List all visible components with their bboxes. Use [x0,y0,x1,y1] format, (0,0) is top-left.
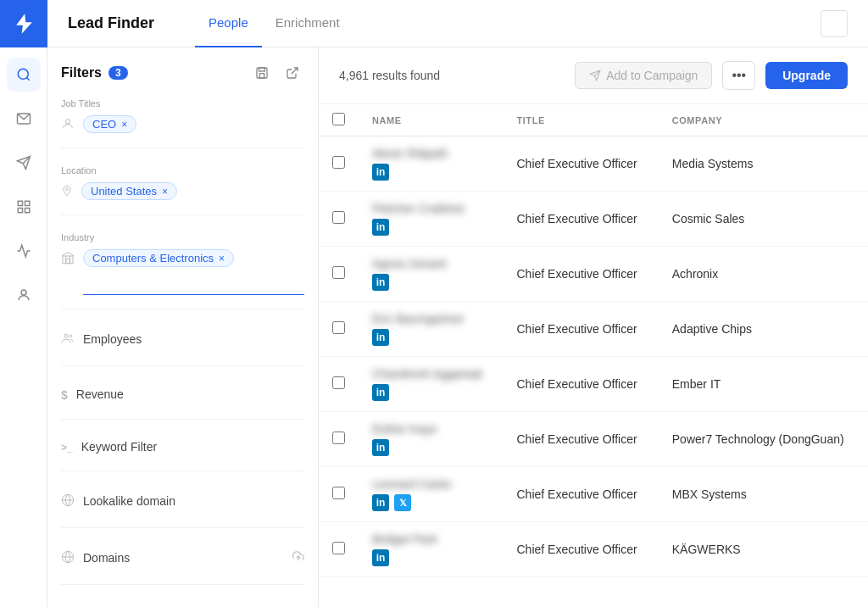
table-row: Eric BaumgartnerinChief Executive Office… [319,302,868,357]
row-checkbox[interactable] [332,211,345,224]
location-row: United States × [61,182,304,201]
tab-people[interactable]: People [195,0,262,47]
svg-rect-6 [25,201,29,205]
upload-domains-icon[interactable] [292,550,304,565]
mail-icon [16,111,31,126]
person-company-col: Power7 Technology (DongGuan) [659,412,868,467]
more-options-button[interactable]: ••• [722,61,755,90]
tab-enrichment[interactable]: Enrichment [262,0,353,47]
domains-filter[interactable]: Domains [61,545,304,571]
row-checkbox-col [319,412,359,467]
person-name: Leonard Carter [372,477,489,491]
row-checkbox[interactable] [332,542,345,554]
linkedin-icon[interactable]: in [372,274,389,291]
row-checkbox[interactable] [332,487,345,499]
lookalike-filter[interactable]: Lookalike domain [61,488,304,514]
linkedin-icon[interactable]: in [372,219,389,236]
app-title: Lead Finder [68,14,154,32]
nav-search[interactable] [7,58,41,92]
social-links: in [372,274,489,291]
row-checkbox-col [319,467,359,522]
lookalike-label: Lookalike domain [83,494,175,508]
linkedin-icon[interactable]: in [372,494,389,511]
table-row: Chandresh AggarwalinChief Executive Offi… [319,357,868,412]
filter-count-badge: 3 [108,66,128,80]
table-row: Agnes GerardinChief Executive OfficerAch… [319,247,868,302]
company-col-header: COMPANY [659,104,868,136]
linkedin-icon[interactable]: in [372,549,389,566]
send-icon [16,155,31,170]
tabs: People Enrichment [195,0,353,47]
results-table: NAME TITLE COMPANY Abner RidpathinChief … [319,104,868,607]
svg-rect-11 [259,68,265,71]
remove-location-tag[interactable]: × [162,186,168,198]
building-icon [61,251,75,265]
nav-mail[interactable] [7,102,41,136]
filter-section-location: Location United States × [61,165,304,215]
filter-section-industry: Industry Computers & Electronics × [61,232,304,309]
industry-tags: Computers & Electronics × [83,249,304,267]
search-icon [16,67,31,82]
add-to-campaign-button[interactable]: Add to Campaign [575,62,712,89]
select-all-checkbox[interactable] [332,113,345,125]
svg-point-14 [65,120,70,124]
linkedin-icon[interactable]: in [372,384,389,401]
location-tags: United States × [81,182,304,200]
table-header-row: NAME TITLE COMPANY [319,104,868,136]
keyword-icon: >_ [61,442,73,454]
tag-ceo[interactable]: CEO × [83,115,136,133]
grid-icon [16,199,31,214]
upgrade-button[interactable]: Upgrade [765,62,848,89]
revenue-filter[interactable]: $ Revenue [61,383,304,405]
employees-filter[interactable]: Employees [61,326,304,352]
person-name-col: Agnes Gerardin [359,247,503,302]
content-body: Filters 3 Job Titl [47,47,868,607]
row-checkbox[interactable] [332,156,345,169]
nav-send[interactable] [7,146,41,180]
location-icon [61,184,73,201]
social-links: in [372,219,489,236]
revenue-label: Revenue [76,387,124,401]
row-checkbox[interactable] [332,376,345,389]
filter-header-icons [250,61,304,85]
row-checkbox[interactable] [332,432,345,444]
nav-analytics[interactable] [7,234,41,268]
job-titles-row: CEO × [61,115,304,134]
job-listing-filter[interactable]: Job Listing [61,602,304,607]
tag-united-states[interactable]: United States × [81,182,177,200]
linkedin-icon[interactable]: in [372,439,389,456]
person-name-col: Bridget Parkin [359,522,503,577]
export-filter-button[interactable] [281,61,304,85]
person-name-col: Leonard Carterin𝕏 [359,467,503,522]
person-name: Esther Kaye [372,422,489,436]
save-icon [255,66,269,80]
industry-input[interactable] [83,275,304,295]
social-links: in [372,329,489,346]
location-label: Location [61,165,304,175]
table-row: Esther KayeinChief Executive OfficerPowe… [319,412,868,467]
social-links: in [372,164,489,181]
chart-icon [16,243,31,259]
nav-grid[interactable] [7,190,41,224]
linkedin-icon[interactable]: in [372,164,389,181]
app-logo[interactable] [0,0,47,47]
person-name: Abner Ridpath [372,147,489,160]
person-name-col: Chandresh Aggarwalin [359,357,503,412]
row-checkbox[interactable] [332,321,345,334]
linkedin-icon[interactable]: in [372,329,389,346]
save-filter-button[interactable] [250,61,274,85]
person-title-col: Chief Executive Officer [503,136,658,192]
keyword-filter[interactable]: >_ Keyword Filter [61,437,304,457]
row-checkbox[interactable] [332,266,345,279]
tag-industry[interactable]: Computers & Electronics × [83,249,234,267]
person-title-col: Chief Executive Officer [503,247,658,302]
remove-ceo-tag[interactable]: × [121,119,127,131]
nav-profile[interactable] [7,278,41,312]
svg-point-18 [64,334,68,337]
remove-industry-tag[interactable]: × [219,253,225,265]
industry-icon [61,251,75,268]
svg-line-13 [292,68,298,74]
twitter-icon[interactable]: 𝕏 [394,494,411,511]
campaign-icon [589,70,601,81]
globe-svg [61,550,75,564]
